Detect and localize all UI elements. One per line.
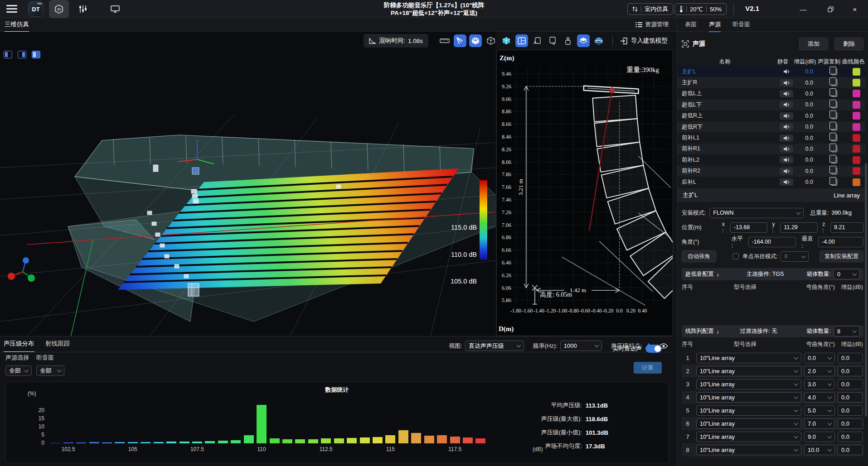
- layer-manager-button[interactable]: [592, 34, 605, 47]
- view-select[interactable]: 直达声声压级: [465, 341, 524, 351]
- source-row[interactable]: 超低L上 0.0: [677, 88, 865, 99]
- calculate-button[interactable]: 计算: [634, 362, 662, 374]
- frequency-select[interactable]: 1000: [560, 341, 602, 351]
- box-model-select[interactable]: 10"Line array: [696, 445, 801, 455]
- line-array-config-header[interactable]: 线阵列配置 ↓ 过渡连接件: 无 箱体数量: 8: [682, 325, 863, 337]
- mute-button[interactable]: [776, 168, 797, 175]
- copy-source-button[interactable]: [821, 124, 847, 130]
- subwoofer-config-header[interactable]: 超低音配置 ↓ 主连接件: TGS 箱体数量: 0: [682, 268, 863, 280]
- array-box[interactable]: [594, 119, 640, 147]
- curve-color-cell[interactable]: [847, 79, 865, 86]
- copy-source-button[interactable]: [821, 79, 847, 86]
- box-gain-input[interactable]: 0.0: [838, 445, 863, 455]
- source-row[interactable]: 前补R2 0.0: [677, 166, 865, 177]
- source-row[interactable]: 超低R下 0.0: [677, 121, 865, 132]
- ray-view-button[interactable]: [454, 34, 466, 47]
- box-model-select[interactable]: 10"Line array: [696, 353, 801, 363]
- textured-view-button[interactable]: [500, 34, 513, 47]
- environment-display[interactable]: 20℃ 50%: [674, 3, 727, 15]
- layout-quad-icon[interactable]: [32, 51, 40, 58]
- gain-value[interactable]: 0.0: [797, 146, 821, 152]
- layers-button[interactable]: [577, 34, 590, 47]
- position-y-input[interactable]: 11.29: [780, 222, 818, 233]
- box-gain-input[interactable]: 0.0: [838, 405, 863, 416]
- mute-button[interactable]: [776, 145, 797, 153]
- box-gain-input[interactable]: 0.0: [838, 379, 863, 389]
- gain-value[interactable]: 0.0: [797, 80, 821, 86]
- source-row[interactable]: 主扩R 0.0: [677, 77, 865, 88]
- pivot-point[interactable]: [609, 87, 615, 93]
- tool-display-button[interactable]: [105, 0, 125, 18]
- array-box[interactable]: [592, 95, 637, 122]
- box-angle-select[interactable]: 5.0: [804, 405, 835, 416]
- mute-button[interactable]: [776, 135, 797, 142]
- curve-color-cell[interactable]: [847, 101, 865, 109]
- download-arrow-icon[interactable]: ↓: [717, 271, 719, 278]
- source-row[interactable]: 超低L下 0.0: [677, 99, 865, 110]
- realtime-toggle[interactable]: [645, 345, 662, 353]
- gain-value[interactable]: 0.0: [797, 168, 821, 174]
- mute-button[interactable]: [776, 79, 797, 86]
- copy-source-button[interactable]: [821, 168, 847, 174]
- mute-button[interactable]: [776, 156, 797, 163]
- mute-button[interactable]: [776, 69, 797, 74]
- right-panel-scrollbar[interactable]: [865, 163, 867, 417]
- export-model-button[interactable]: [531, 34, 543, 47]
- auto-splay-button[interactable]: 自动张角: [682, 250, 716, 262]
- mute-button[interactable]: [776, 123, 797, 130]
- box-angle-select[interactable]: 0.0: [804, 353, 835, 363]
- mute-button[interactable]: [776, 178, 797, 186]
- source-row[interactable]: 前补L1 0.0: [677, 132, 865, 143]
- mute-button[interactable]: [776, 112, 797, 120]
- copy-source-button[interactable]: [821, 101, 847, 108]
- curve-color-cell[interactable]: [847, 145, 865, 153]
- box-angle-select[interactable]: 2.0: [804, 366, 835, 376]
- box-angle-select[interactable]: 4.0: [804, 392, 835, 403]
- box-angle-select[interactable]: 3.0: [804, 379, 835, 389]
- measure-tool-button[interactable]: [438, 34, 451, 47]
- box-gain-input[interactable]: 0.0: [838, 366, 863, 376]
- tab-3d-simulation[interactable]: 三维仿真: [5, 20, 29, 32]
- mute-button[interactable]: [776, 101, 797, 108]
- box-angle-select[interactable]: 10.0: [804, 445, 835, 455]
- box-model-select[interactable]: 10"Line array: [696, 392, 801, 403]
- box-model-select[interactable]: 10"Line array: [696, 379, 801, 389]
- gain-value[interactable]: 0.0: [797, 124, 821, 130]
- box-model-select[interactable]: 10"Line array: [696, 405, 801, 416]
- gain-value[interactable]: 0.0: [797, 113, 821, 119]
- copy-model-button[interactable]: [546, 34, 559, 47]
- tab-ray-tracing[interactable]: 射线跟踪: [45, 340, 70, 351]
- layout-single-icon[interactable]: [4, 51, 12, 58]
- curve-color-cell[interactable]: [847, 90, 865, 97]
- horizontal-angle-input[interactable]: -164.00: [748, 237, 796, 247]
- add-source-button[interactable]: 添加: [799, 38, 828, 50]
- gain-value[interactable]: 0.0: [797, 157, 821, 163]
- gain-value[interactable]: 0.0: [797, 135, 821, 141]
- curve-color-cell[interactable]: [847, 68, 865, 76]
- gain-value[interactable]: 0.0: [797, 179, 821, 185]
- viewport-split-button[interactable]: [515, 34, 528, 47]
- source-row[interactable]: 超低R上 0.0: [677, 110, 865, 121]
- minimize-button[interactable]: —: [793, 0, 814, 18]
- tool-mixer-button[interactable]: [73, 0, 92, 18]
- copy-source-button[interactable]: [821, 179, 847, 186]
- copy-source-button[interactable]: [821, 145, 847, 152]
- source-select-dropdown[interactable]: 全部: [5, 365, 32, 376]
- copy-source-button[interactable]: [821, 90, 847, 97]
- resource-manager-button[interactable]: 资源管理: [635, 20, 669, 29]
- source-row[interactable]: 前补R1 0.0: [677, 144, 865, 154]
- array-count-select[interactable]: 8: [834, 326, 860, 336]
- box-angle-select[interactable]: 7.0: [804, 418, 835, 429]
- import-building-model-button[interactable]: 导入建筑模型: [620, 37, 670, 45]
- source-row[interactable]: 前补L2 0.0: [677, 154, 865, 165]
- sub-count-select[interactable]: 0: [834, 269, 860, 279]
- box-gain-input[interactable]: 0.0: [838, 418, 863, 429]
- copy-source-button[interactable]: [821, 112, 847, 119]
- curve-color-cell[interactable]: [847, 123, 865, 131]
- tab-spl-distribution[interactable]: 声压级分布: [4, 340, 34, 352]
- delete-source-button[interactable]: 删除: [834, 38, 863, 50]
- orientation-gizmo[interactable]: [8, 257, 35, 282]
- indoor-sim-mode-button[interactable]: 室内仿真: [627, 3, 673, 15]
- wireframe-view-button[interactable]: [485, 34, 497, 47]
- box-gain-input[interactable]: 0.0: [838, 432, 863, 442]
